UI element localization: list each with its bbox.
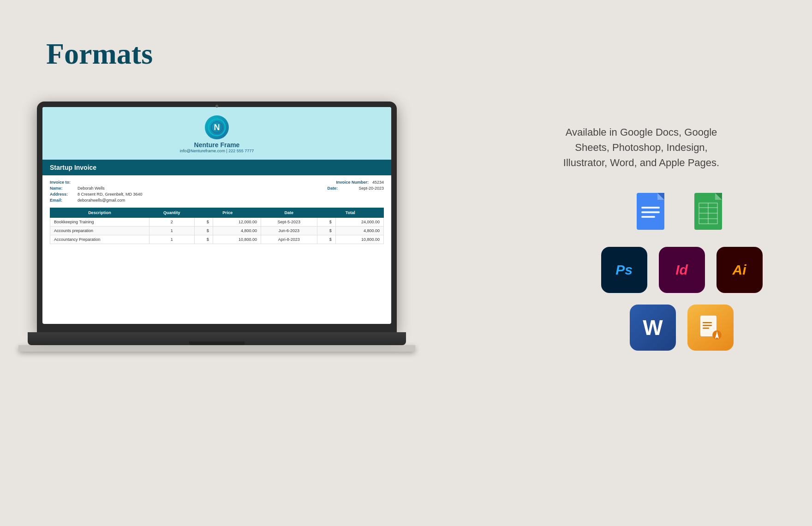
laptop-screen: N Nenture Frame info@Nentureframe.com | … — [42, 107, 391, 324]
apple-pages-icon — [687, 305, 736, 353]
invoice-table: Description Quantity Price Date Total Bo… — [50, 208, 384, 244]
row1-date: Sept-5-2023 — [261, 218, 317, 227]
svg-rect-20 — [703, 328, 709, 329]
laptop-mockup: N Nenture Frame info@Nentureframe.com | … — [37, 102, 397, 360]
invoice-number-value: 45234 — [372, 180, 384, 185]
formats-description: Available in Google Docs, Google Sheets,… — [554, 125, 729, 170]
date-label: Date: — [327, 186, 355, 191]
col-total: Total — [317, 208, 383, 218]
invoice-title-bar: Startup Invoice — [42, 160, 391, 175]
invoice-to-label: Invoice to: — [50, 180, 78, 185]
col-quantity: Quantity — [149, 208, 194, 218]
icons-row-3: W — [591, 305, 775, 353]
row2-date: Jun-6-2023 — [261, 227, 317, 235]
table-row: Bookkeeping Training 2 $ 12,000.00 Sept-… — [50, 218, 384, 227]
col-price: Price — [194, 208, 261, 218]
illustrator-icon: Ai — [716, 247, 765, 295]
row3-desc: Accountancy Preparation — [50, 235, 149, 244]
photoshop-icon: Ps — [601, 247, 650, 295]
google-docs-icon — [630, 189, 678, 238]
address-value: 8 Cresent RD, Greenbelt, MD 3640 — [78, 192, 143, 197]
row1-price: 12,000.00 — [213, 218, 261, 227]
laptop-camera — [215, 105, 218, 108]
row1-qty: 2 — [149, 218, 194, 227]
col-date: Date — [261, 208, 317, 218]
row2-price-sym: $ — [194, 227, 213, 235]
invoice-body: Invoice to: Name: Deborah Wells Address:… — [42, 175, 391, 249]
col-description: Description — [50, 208, 149, 218]
table-row: Accounts preparation 1 $ 4,800.00 Jun-6-… — [50, 227, 384, 235]
company-name: Nenture Frame — [194, 141, 240, 149]
row3-date: Apri-8-2023 — [261, 235, 317, 244]
email-label: Email: — [50, 198, 78, 203]
invoice-number-label: Invoice Number: — [336, 180, 369, 185]
svg-rect-8 — [641, 216, 655, 218]
svg-rect-7 — [641, 211, 660, 213]
page-title: Formats — [46, 37, 153, 71]
row3-price-sym: $ — [194, 235, 213, 244]
invoice-title: Startup Invoice — [50, 164, 96, 171]
indesign-icon: Id — [659, 247, 707, 295]
svg-text:N: N — [214, 123, 220, 132]
row2-qty: 1 — [149, 227, 194, 235]
word-icon: W — [630, 305, 678, 353]
row3-total: 10,800.00 — [335, 235, 383, 244]
row2-price: 4,800.00 — [213, 227, 261, 235]
invoice-header: N Nenture Frame info@Nentureframe.com | … — [42, 107, 391, 160]
app-icons-section: Ps Id Ai W — [591, 189, 775, 362]
row3-qty: 1 — [149, 235, 194, 244]
row1-total: 24,000.00 — [335, 218, 383, 227]
row1-desc: Bookkeeping Training — [50, 218, 149, 227]
name-label: Name: — [50, 186, 78, 191]
svg-rect-19 — [703, 325, 712, 326]
laptop-bottom — [18, 345, 415, 352]
row3-total-sym: $ — [317, 235, 335, 244]
laptop-base — [28, 332, 406, 345]
row1-total-sym: $ — [317, 218, 335, 227]
svg-rect-6 — [641, 207, 660, 209]
row2-desc: Accounts preparation — [50, 227, 149, 235]
address-label: Address: — [50, 192, 78, 197]
icons-row-2: Ps Id Ai — [591, 247, 775, 295]
icons-row-1 — [591, 189, 775, 238]
table-row: Accountancy Preparation 1 $ 10,800.00 Ap… — [50, 235, 384, 244]
row2-total: 4,800.00 — [335, 227, 383, 235]
row1-price-sym: $ — [194, 218, 213, 227]
row3-price: 10,800.00 — [213, 235, 261, 244]
company-contact: info@Nentureframe.com | 222 555 7777 — [180, 149, 254, 153]
email-value: deborahwells@gmail.com — [78, 198, 125, 203]
date-value: Sept-20-2023 — [358, 186, 384, 191]
svg-rect-18 — [703, 322, 712, 323]
google-sheets-icon — [687, 189, 736, 238]
company-logo: N — [205, 115, 229, 139]
row2-total-sym: $ — [317, 227, 335, 235]
name-value: Deborah Wells — [78, 186, 105, 191]
